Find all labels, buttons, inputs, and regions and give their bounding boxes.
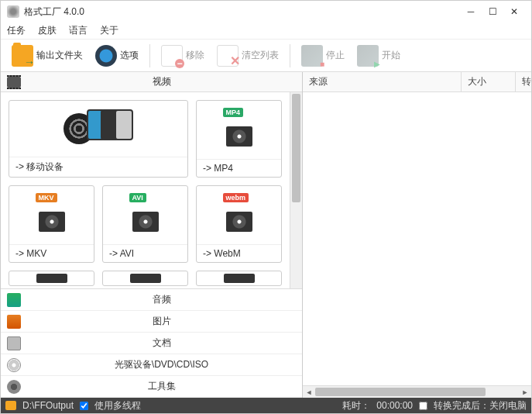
toolbar-separator [290, 44, 290, 67]
tile-mobile-label: -> 移动设备 [9, 157, 187, 177]
tile-partial[interactable] [102, 271, 188, 286]
scroll-right-arrow[interactable]: ► [519, 386, 531, 398]
menu-tasks[interactable]: 任务 [7, 24, 26, 37]
multithread-checkbox[interactable] [80, 402, 88, 410]
close-button[interactable]: ✕ [503, 4, 525, 19]
app-logo-icon [7, 5, 19, 18]
tile-partial[interactable] [9, 271, 94, 286]
options-label: 选项 [120, 49, 139, 62]
category-picture[interactable]: 图片 [1, 311, 302, 333]
output-folder-label: 输出文件夹 [36, 49, 83, 62]
tile-mp4-label: -> MP4 [197, 159, 281, 177]
window-title: 格式工厂 4.0.0 [24, 5, 460, 19]
mp4-icon: MP4 [197, 101, 281, 159]
picture-label: 图片 [27, 315, 296, 328]
tile-mkv-label: -> MKV [9, 244, 94, 262]
tile-mp4[interactable]: MP4 -> MP4 [196, 100, 282, 178]
scrollbar-thumb[interactable] [315, 388, 486, 396]
partial-tile-row [9, 271, 282, 286]
audio-label: 音频 [27, 293, 296, 306]
clear-list-label: 清空列表 [242, 49, 279, 62]
disc-icon [7, 358, 21, 372]
document-icon [7, 336, 21, 350]
start-label: 开始 [382, 49, 400, 62]
tile-webm-label: -> WebM [197, 244, 281, 262]
menu-bar: 任务 皮肤 语言 关于 [1, 22, 531, 40]
disc-label: 光驱设备\DVD\CD\ISO [27, 358, 296, 371]
webm-icon: webm [197, 186, 281, 244]
tile-webm[interactable]: webm -> WebM [196, 185, 282, 263]
category-audio[interactable]: 音频 [1, 289, 302, 311]
elapsed-label: 耗时： [342, 399, 370, 412]
category-header-video[interactable]: 视频 [1, 72, 302, 92]
options-button[interactable]: 选项 [91, 42, 143, 70]
tile-mkv[interactable]: MKV -> MKV [9, 185, 94, 263]
tile-avi[interactable]: AVI -> AVI [102, 185, 188, 263]
start-button[interactable]: 开始 [352, 42, 405, 70]
toolkit-icon [7, 380, 21, 394]
vertical-scrollbar[interactable] [290, 92, 302, 288]
gear-icon [95, 45, 117, 67]
clear-list-button[interactable]: 清空列表 [212, 42, 283, 70]
toolkit-label: 工具集 [27, 380, 296, 393]
col-source[interactable]: 来源 [303, 72, 462, 91]
video-category-label: 视频 [27, 75, 296, 88]
play-icon [357, 45, 379, 67]
stop-button[interactable]: 停止 [297, 42, 349, 70]
maximize-button[interactable]: ☐ [482, 4, 503, 19]
left-panel: 视频 -> 移动设备 [1, 72, 303, 398]
category-list: 音频 图片 文档 光驱设备\DVD\CD\ISO 工具集 [1, 288, 302, 398]
avi-icon: AVI [103, 186, 187, 244]
scroll-left-arrow[interactable]: ◄ [303, 386, 315, 398]
folder-icon [12, 45, 33, 67]
remove-button[interactable]: 移除 [156, 42, 209, 70]
toolbar: 输出文件夹 选项 移除 清空列表 停止 开始 [1, 40, 531, 72]
minimize-button[interactable]: ─ [460, 4, 482, 19]
toolbar-separator [149, 44, 150, 67]
remove-icon [161, 45, 183, 67]
task-list-header: 来源 大小 转 [303, 72, 531, 92]
format-grid: -> 移动设备 MP4 -> MP4 MKV -> MKV AVI [1, 92, 290, 288]
horizontal-scrollbar[interactable]: ◄ ► [303, 385, 531, 398]
clear-icon [217, 45, 239, 67]
stop-icon [301, 45, 323, 67]
right-panel: 来源 大小 转 ◄ ► [303, 72, 531, 398]
tile-partial[interactable] [196, 271, 282, 286]
mkv-icon: MKV [9, 186, 94, 244]
task-list-body [303, 92, 531, 385]
menu-skin[interactable]: 皮肤 [38, 24, 57, 37]
category-disc[interactable]: 光驱设备\DVD\CD\ISO [1, 354, 302, 376]
stop-label: 停止 [326, 49, 345, 62]
tile-avi-label: -> AVI [103, 244, 187, 262]
remove-label: 移除 [186, 49, 204, 62]
category-toolkit[interactable]: 工具集 [1, 376, 302, 398]
shutdown-label: 转换完成后：关闭电脑 [434, 399, 527, 412]
title-bar: 格式工厂 4.0.0 ─ ☐ ✕ [1, 1, 531, 22]
output-folder-button[interactable]: 输出文件夹 [7, 42, 88, 70]
shutdown-checkbox[interactable] [419, 402, 427, 410]
mobile-device-icon [9, 101, 187, 157]
main-body: 视频 -> 移动设备 [1, 72, 531, 398]
status-bar: D:\FFOutput 使用多线程 耗时： 00:00:00 转换完成后：关闭电… [1, 398, 531, 413]
col-size[interactable]: 大小 [462, 72, 516, 91]
picture-icon [7, 315, 21, 329]
folder-icon[interactable] [5, 401, 16, 410]
menu-about[interactable]: 关于 [100, 24, 118, 37]
col-status[interactable]: 转 [516, 72, 531, 91]
film-icon [7, 77, 21, 88]
document-label: 文档 [27, 336, 296, 350]
audio-icon [7, 293, 21, 307]
elapsed-value: 00:00:00 [376, 400, 413, 411]
output-path[interactable]: D:\FFOutput [22, 400, 74, 411]
format-grid-area: -> 移动设备 MP4 -> MP4 MKV -> MKV AVI [1, 92, 302, 288]
menu-language[interactable]: 语言 [69, 24, 88, 37]
tile-mobile[interactable]: -> 移动设备 [9, 100, 188, 178]
category-document[interactable]: 文档 [1, 333, 302, 354]
multithread-label: 使用多线程 [94, 399, 141, 412]
scrollbar-thumb[interactable] [292, 94, 300, 202]
